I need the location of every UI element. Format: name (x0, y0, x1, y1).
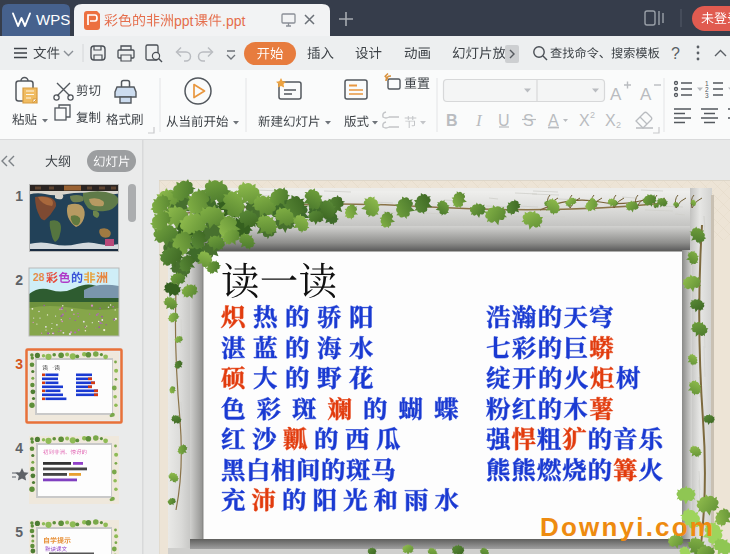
svg-text:X: X (579, 112, 590, 129)
svg-text:Downyi.com: Downyi.com (540, 512, 715, 542)
svg-text:WPS: WPS (36, 11, 70, 28)
svg-text:B: B (446, 112, 458, 129)
svg-text:3: 3 (705, 92, 709, 99)
svg-text:5: 5 (15, 524, 23, 540)
svg-text:2: 2 (616, 120, 621, 130)
svg-text:A: A (610, 85, 622, 104)
svg-text:2: 2 (15, 272, 23, 288)
svg-text:S: S (523, 112, 534, 129)
svg-text:.ppt: .ppt (222, 13, 245, 29)
svg-text:ppt: ppt (174, 13, 194, 29)
svg-text:A: A (640, 85, 652, 104)
svg-text:3: 3 (15, 356, 23, 372)
svg-text:4: 4 (15, 440, 23, 456)
svg-text:X: X (605, 112, 616, 129)
svg-text:?: ? (671, 45, 680, 62)
svg-text:A: A (548, 112, 559, 129)
svg-text:2: 2 (590, 110, 595, 120)
svg-text:1: 1 (15, 188, 23, 204)
svg-text:28: 28 (33, 271, 45, 283)
